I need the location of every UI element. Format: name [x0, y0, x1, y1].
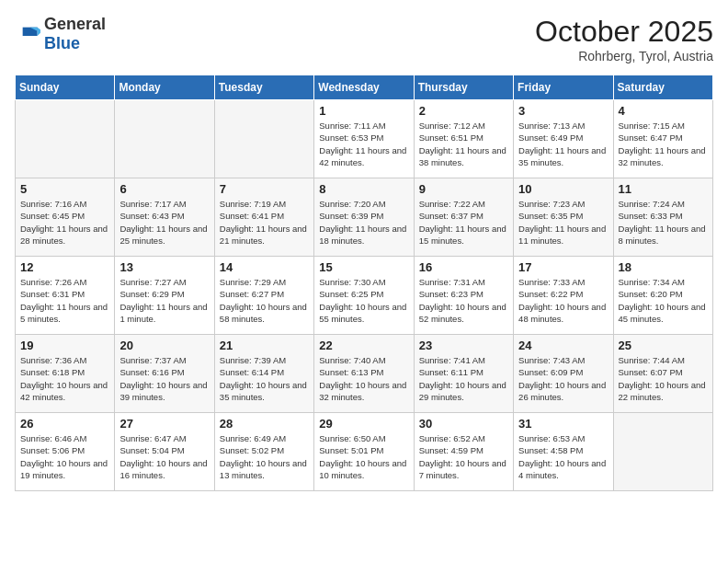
day-header-wednesday: Wednesday [314, 75, 414, 100]
day-cell: 8 Sunrise: 7:20 AM Sunset: 6:39 PM Dayli… [314, 178, 414, 257]
day-info: Sunrise: 7:39 AM Sunset: 6:14 PM Dayligh… [220, 354, 309, 403]
day-number: 14 [220, 260, 309, 274]
day-number: 10 [518, 182, 608, 196]
day-number: 9 [419, 182, 508, 196]
day-number: 19 [20, 339, 109, 352]
logo-general: General [44, 15, 106, 33]
daylight: Daylight: 10 hours and 29 minutes. [419, 380, 506, 402]
day-header-monday: Monday [115, 75, 214, 100]
sunrise: Sunrise: 7:24 AM [619, 199, 685, 209]
day-number: 20 [119, 339, 209, 352]
sunrise: Sunrise: 7:33 AM [518, 277, 585, 287]
daylight: Daylight: 10 hours and 19 minutes. [20, 458, 108, 480]
svg-marker-2 [38, 28, 40, 36]
sunset: Sunset: 6:53 PM [319, 132, 383, 143]
sunrise: Sunrise: 7:12 AM [419, 121, 485, 131]
sunrise: Sunrise: 6:49 AM [220, 433, 286, 443]
day-info: Sunrise: 7:34 AM Sunset: 6:20 PM Dayligh… [619, 276, 708, 325]
day-cell: 29 Sunrise: 6:50 AM Sunset: 5:01 PM Dayl… [314, 413, 414, 491]
sunrise: Sunrise: 7:15 AM [619, 121, 685, 131]
sunset: Sunset: 6:22 PM [518, 289, 583, 299]
sunrise: Sunrise: 7:44 AM [619, 355, 685, 365]
day-info: Sunrise: 7:16 AM Sunset: 6:45 PM Dayligh… [20, 198, 109, 247]
sunset: Sunset: 6:23 PM [419, 289, 483, 299]
sunrise: Sunrise: 6:47 AM [119, 433, 186, 443]
day-info: Sunrise: 7:30 AM Sunset: 6:25 PM Dayligh… [319, 276, 408, 325]
sunset: Sunset: 6:09 PM [518, 367, 583, 377]
day-cell [613, 413, 712, 491]
sunset: Sunset: 6:35 PM [518, 211, 583, 221]
sunrise: Sunrise: 7:36 AM [20, 355, 86, 365]
sunrise: Sunrise: 7:41 AM [419, 355, 485, 365]
day-cell: 3 Sunrise: 7:13 AM Sunset: 6:49 PM Dayli… [514, 100, 613, 178]
daylight: Daylight: 10 hours and 35 minutes. [220, 380, 307, 402]
daylight: Daylight: 10 hours and 7 minutes. [419, 458, 506, 480]
day-number: 24 [518, 339, 608, 352]
day-header-saturday: Saturday [613, 75, 712, 100]
day-cell: 30 Sunrise: 6:52 AM Sunset: 4:59 PM Dayl… [414, 413, 513, 491]
day-cell: 22 Sunrise: 7:40 AM Sunset: 6:13 PM Dayl… [314, 335, 414, 413]
sunset: Sunset: 6:41 PM [220, 211, 284, 221]
daylight: Daylight: 10 hours and 45 minutes. [619, 302, 706, 324]
sunrise: Sunrise: 7:26 AM [20, 277, 86, 287]
day-number: 6 [119, 182, 209, 196]
daylight: Daylight: 11 hours and 35 minutes. [518, 145, 606, 167]
day-cell: 28 Sunrise: 6:49 AM Sunset: 5:02 PM Dayl… [214, 413, 313, 491]
week-row-2: 5 Sunrise: 7:16 AM Sunset: 6:45 PM Dayli… [16, 178, 713, 257]
daylight: Daylight: 11 hours and 15 minutes. [419, 224, 506, 246]
logo-icon [15, 25, 40, 43]
sunrise: Sunrise: 7:31 AM [419, 277, 485, 287]
day-info: Sunrise: 6:52 AM Sunset: 4:59 PM Dayligh… [419, 432, 508, 481]
daylight: Daylight: 11 hours and 18 minutes. [319, 224, 406, 246]
location: Rohrberg, Tyrol, Austria [535, 49, 713, 63]
sunrise: Sunrise: 7:23 AM [518, 199, 585, 209]
sunrise: Sunrise: 6:46 AM [20, 433, 86, 443]
day-cell: 16 Sunrise: 7:31 AM Sunset: 6:23 PM Dayl… [414, 257, 513, 335]
day-cell: 18 Sunrise: 7:34 AM Sunset: 6:20 PM Dayl… [613, 257, 712, 335]
day-info: Sunrise: 7:24 AM Sunset: 6:33 PM Dayligh… [619, 198, 708, 247]
day-cell: 10 Sunrise: 7:23 AM Sunset: 6:35 PM Dayl… [514, 178, 613, 257]
sunset: Sunset: 6:29 PM [119, 289, 184, 299]
day-info: Sunrise: 6:47 AM Sunset: 5:04 PM Dayligh… [119, 432, 209, 481]
day-number: 18 [619, 260, 708, 274]
day-info: Sunrise: 7:23 AM Sunset: 6:35 PM Dayligh… [518, 198, 608, 247]
sunrise: Sunrise: 7:37 AM [119, 355, 186, 365]
sunset: Sunset: 4:58 PM [518, 445, 583, 455]
day-cell [16, 100, 115, 178]
day-number: 5 [20, 182, 109, 196]
day-cell [115, 100, 214, 178]
sunrise: Sunrise: 7:34 AM [619, 277, 685, 287]
day-number: 7 [220, 182, 309, 196]
day-number: 4 [619, 104, 708, 118]
day-cell: 20 Sunrise: 7:37 AM Sunset: 6:16 PM Dayl… [115, 335, 214, 413]
sunrise: Sunrise: 7:20 AM [319, 199, 385, 209]
sunset: Sunset: 6:31 PM [20, 289, 85, 299]
day-cell: 12 Sunrise: 7:26 AM Sunset: 6:31 PM Dayl… [16, 257, 115, 335]
day-info: Sunrise: 7:20 AM Sunset: 6:39 PM Dayligh… [319, 198, 408, 247]
day-cell: 14 Sunrise: 7:29 AM Sunset: 6:27 PM Dayl… [214, 257, 313, 335]
calendar-table: SundayMondayTuesdayWednesdayThursdayFrid… [15, 75, 713, 491]
day-info: Sunrise: 7:19 AM Sunset: 6:41 PM Dayligh… [220, 198, 309, 247]
daylight: Daylight: 11 hours and 1 minute. [119, 302, 207, 324]
sunrise: Sunrise: 7:11 AM [319, 121, 385, 131]
day-info: Sunrise: 7:40 AM Sunset: 6:13 PM Dayligh… [319, 354, 408, 403]
day-info: Sunrise: 6:49 AM Sunset: 5:02 PM Dayligh… [220, 432, 309, 481]
day-info: Sunrise: 7:15 AM Sunset: 6:47 PM Dayligh… [619, 120, 708, 168]
daylight: Daylight: 11 hours and 5 minutes. [20, 302, 108, 324]
week-row-3: 12 Sunrise: 7:26 AM Sunset: 6:31 PM Dayl… [16, 257, 713, 335]
daylight: Daylight: 10 hours and 32 minutes. [319, 380, 406, 402]
day-info: Sunrise: 7:41 AM Sunset: 6:11 PM Dayligh… [419, 354, 508, 403]
day-info: Sunrise: 7:13 AM Sunset: 6:49 PM Dayligh… [518, 120, 608, 168]
title-block: October 2025 Rohrberg, Tyrol, Austria [535, 15, 713, 63]
day-info: Sunrise: 7:33 AM Sunset: 6:22 PM Dayligh… [518, 276, 608, 325]
sunrise: Sunrise: 7:27 AM [119, 277, 186, 287]
sunset: Sunset: 6:13 PM [319, 367, 383, 377]
month-title: October 2025 [535, 15, 713, 49]
daylight: Daylight: 11 hours and 8 minutes. [619, 224, 706, 246]
day-number: 11 [619, 182, 708, 196]
week-row-5: 26 Sunrise: 6:46 AM Sunset: 5:06 PM Dayl… [16, 413, 713, 491]
sunset: Sunset: 6:27 PM [220, 289, 284, 299]
day-number: 16 [419, 260, 508, 274]
day-headers-row: SundayMondayTuesdayWednesdayThursdayFrid… [16, 75, 713, 100]
day-info: Sunrise: 6:46 AM Sunset: 5:06 PM Dayligh… [20, 432, 109, 481]
